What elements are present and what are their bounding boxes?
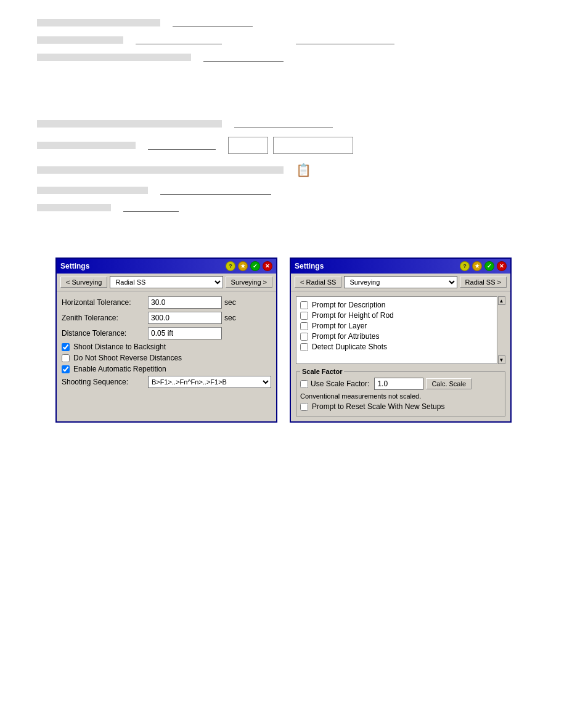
placeholder-row-8 [37, 186, 551, 195]
placeholder-line [37, 187, 148, 194]
do-not-shoot-label: Do Not Shoot Reverse Distances [73, 354, 182, 362]
dialogs-container: Settings ? ★ ✓ ✕ < Surveying Radial SS S… [0, 245, 588, 435]
distance-tolerance-input[interactable] [148, 327, 222, 339]
zenith-tolerance-row: Zenith Tolerance: sec [62, 312, 271, 324]
distance-tolerance-row: Distance Tolerance: [62, 327, 271, 339]
shooting-sequence-select[interactable]: B>F1>..>Fn^Fn>..>F1>B [148, 376, 271, 388]
underline-field-3 [296, 36, 394, 44]
box-left[interactable] [228, 137, 268, 154]
placeholder-row-5 [37, 120, 551, 128]
scroll-container: Prompt for Description Prompt for Height… [296, 296, 505, 364]
zenith-tolerance-input[interactable] [148, 312, 222, 324]
left-titlebar-buttons: ? ★ ✓ ✕ [226, 261, 272, 271]
prompt-layer-checkbox[interactable] [300, 322, 308, 330]
underline-field-6 [148, 141, 216, 150]
page: 📋 Settings ? ★ ✓ ✕ [0, 0, 588, 714]
placeholder-row-2 [37, 36, 551, 44]
scrollable-checks[interactable]: Prompt for Description Prompt for Height… [296, 296, 505, 364]
underline-field-4 [203, 53, 284, 62]
clipboard-icon[interactable]: 📋 [296, 163, 311, 177]
underline-field-5 [234, 120, 333, 128]
underline-field [173, 18, 253, 27]
left-star-button[interactable]: ★ [238, 261, 248, 271]
calc-scale-button[interactable]: Calc. Scale [426, 378, 472, 389]
zenith-tolerance-label: Zenith Tolerance: [62, 314, 148, 322]
right-titlebar: Settings ? ★ ✓ ✕ [291, 259, 510, 274]
detect-duplicate-label: Detect Duplicate Shots [312, 343, 387, 351]
do-not-shoot-checkbox[interactable] [62, 354, 70, 362]
right-star-button[interactable]: ★ [472, 261, 482, 271]
right-settings-dialog: Settings ? ★ ✓ ✕ < Radial SS Surveying R… [290, 258, 512, 423]
placeholder-line [37, 36, 123, 44]
left-next-button[interactable]: Surveying > [226, 277, 272, 288]
placeholder-row-1 [37, 18, 551, 27]
right-close-button[interactable]: ✕ [497, 261, 507, 271]
left-dialog-body: Horizontal Tolerance: sec Zenith Toleran… [57, 291, 276, 396]
placeholder-line [37, 166, 284, 174]
scroll-down-arrow[interactable]: ▼ [498, 355, 505, 364]
right-next-button[interactable]: Radial SS > [460, 277, 507, 288]
prompt-height-checkbox[interactable] [300, 312, 308, 320]
right-dialog-title: Settings [295, 262, 324, 270]
shoot-distance-checkbox[interactable] [62, 343, 70, 351]
prompt-layer-label: Prompt for Layer [312, 322, 367, 330]
prompt-height-label: Prompt for Height of Rod [312, 311, 394, 320]
shoot-distance-label: Shoot Distance to Backsight [73, 343, 166, 351]
prompt-reset-checkbox[interactable] [300, 403, 308, 411]
left-ok-button[interactable]: ✓ [250, 261, 260, 271]
left-nav: < Surveying Radial SS Surveying > [57, 274, 276, 291]
box-right[interactable] [273, 137, 353, 154]
spacer [37, 70, 551, 120]
left-prev-button[interactable]: < Surveying [60, 277, 107, 288]
horizontal-tolerance-input[interactable] [148, 296, 222, 309]
detect-duplicate-row: Detect Duplicate Shots [300, 343, 501, 351]
right-prev-button[interactable]: < Radial SS [295, 277, 341, 288]
two-boxes [228, 137, 353, 154]
prompt-height-row: Prompt for Height of Rod [300, 311, 501, 320]
right-titlebar-buttons: ? ★ ✓ ✕ [460, 261, 507, 271]
left-help-button[interactable]: ? [226, 261, 235, 271]
scroll-up-arrow[interactable]: ▲ [498, 296, 505, 305]
detect-duplicate-checkbox[interactable] [300, 343, 308, 351]
prompt-attributes-label: Prompt for Attributes [312, 332, 379, 341]
prompt-desc-row: Prompt for Description [300, 301, 501, 309]
use-scale-checkbox[interactable] [300, 380, 308, 388]
placeholder-line [37, 204, 111, 211]
prompt-layer-row: Prompt for Layer [300, 322, 501, 330]
scale-note: Conventional measurements not scaled. [300, 392, 501, 400]
placeholder-line [37, 120, 222, 128]
placeholder-row-6 [37, 137, 551, 154]
prompt-desc-label: Prompt for Description [312, 301, 385, 309]
enable-auto-rep-checkbox[interactable] [62, 365, 70, 373]
right-ok-button[interactable]: ✓ [484, 261, 494, 271]
prompt-attributes-row: Prompt for Attributes [300, 332, 501, 341]
placeholder-row-9 [37, 203, 551, 212]
left-settings-dialog: Settings ? ★ ✓ ✕ < Surveying Radial SS S… [55, 258, 277, 423]
left-close-button[interactable]: ✕ [263, 261, 272, 271]
underline-field-8 [160, 186, 271, 195]
placeholder-line [37, 19, 160, 26]
enable-auto-rep-label: Enable Automatic Repetition [73, 365, 166, 373]
right-dialog-body: Prompt for Description Prompt for Height… [291, 291, 510, 421]
prompt-attributes-checkbox[interactable] [300, 333, 308, 341]
left-nav-dropdown[interactable]: Radial SS [110, 276, 223, 288]
placeholder-line [37, 142, 136, 149]
scroll-thumb-area [498, 305, 505, 355]
use-scale-label: Use Scale Factor: [311, 379, 369, 388]
right-help-button[interactable]: ? [460, 261, 470, 271]
scale-value-input[interactable] [374, 378, 423, 390]
placeholder-row-7: 📋 [37, 163, 551, 177]
underline-field-2 [136, 36, 222, 44]
use-scale-row: Use Scale Factor: Calc. Scale [300, 378, 501, 390]
horizontal-tolerance-label: Horizontal Tolerance: [62, 298, 148, 307]
right-nav-dropdown[interactable]: Surveying [344, 276, 457, 288]
scrollbar[interactable]: ▲ ▼ [497, 296, 505, 364]
bottom-spacer [0, 435, 588, 497]
prompt-desc-checkbox[interactable] [300, 301, 308, 309]
prompt-reset-row: Prompt to Reset Scale With New Setups [300, 402, 501, 411]
left-dialog-title: Settings [60, 262, 89, 270]
upper-content: 📋 [0, 0, 588, 239]
shooting-sequence-row: Shooting Sequence: B>F1>..>Fn^Fn>..>F1>B [62, 376, 271, 388]
placeholder-line [37, 54, 191, 61]
scale-factor-group: Scale Factor Use Scale Factor: Calc. Sca… [296, 368, 505, 416]
